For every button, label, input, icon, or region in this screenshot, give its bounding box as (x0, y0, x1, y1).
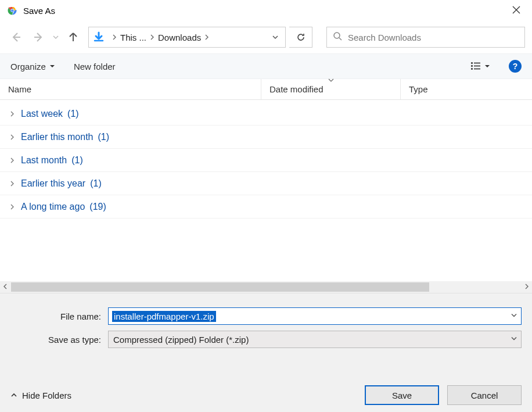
group-last-week[interactable]: Last week (1) (0, 102, 532, 126)
chevron-right-icon (8, 181, 16, 187)
organize-menu[interactable]: Organize (10, 62, 55, 71)
scroll-right-icon[interactable] (522, 283, 532, 291)
chevron-right-icon (8, 157, 16, 163)
dialog-title: Save As (23, 6, 55, 16)
recent-locations-dropdown[interactable] (51, 28, 60, 46)
save-button[interactable]: Save (365, 385, 439, 405)
chevron-up-icon (10, 390, 17, 400)
organize-label: Organize (10, 62, 46, 71)
breadcrumb[interactable]: This ... Downloads (88, 27, 286, 48)
back-button[interactable] (7, 28, 26, 46)
scroll-left-icon[interactable] (0, 283, 10, 291)
svg-rect-8 (474, 63, 480, 64)
column-header-type[interactable]: Type (401, 79, 532, 99)
chevron-down-icon[interactable] (511, 312, 517, 321)
column-type-label: Type (409, 84, 428, 94)
svg-rect-9 (474, 66, 480, 67)
group-count: (1) (90, 178, 102, 189)
column-header-date[interactable]: Date modified (261, 79, 401, 99)
forward-button[interactable] (29, 28, 48, 46)
svg-rect-6 (471, 65, 473, 67)
cancel-button[interactable]: Cancel (447, 385, 522, 405)
svg-point-3 (11, 9, 13, 12)
nav-row: This ... Downloads (0, 21, 532, 53)
help-label: ? (513, 62, 518, 71)
chevron-right-icon (150, 33, 154, 42)
breadcrumb-segment-folder[interactable]: Downloads (158, 33, 201, 42)
cancel-label: Cancel (471, 390, 498, 400)
chevron-down-icon (484, 63, 490, 69)
view-options-button[interactable] (470, 62, 490, 71)
search-icon (333, 31, 342, 43)
new-folder-button[interactable]: New folder (74, 62, 116, 71)
breadcrumb-segment-root[interactable]: This ... (120, 33, 146, 42)
svg-rect-7 (471, 68, 473, 70)
svg-point-4 (334, 33, 340, 38)
chevron-right-icon (8, 204, 16, 210)
savetype-value: Compressed (zipped) Folder (*.zip) (113, 335, 249, 345)
group-last-month[interactable]: Last month (1) (0, 149, 532, 172)
group-label: Last week (21, 109, 63, 119)
view-icon (470, 62, 481, 71)
save-label: Save (392, 390, 412, 400)
column-name-label: Name (8, 84, 31, 94)
scroll-thumb[interactable] (11, 282, 429, 292)
svg-rect-10 (474, 69, 480, 70)
search-box[interactable] (326, 27, 525, 48)
savetype-combobox[interactable]: Compressed (zipped) Folder (*.zip) (108, 331, 522, 348)
chevron-right-icon (8, 111, 16, 117)
horizontal-scrollbar[interactable] (0, 281, 532, 293)
up-button[interactable] (64, 28, 82, 46)
group-count: (1) (67, 109, 79, 119)
group-earlier-this-year[interactable]: Earlier this year (1) (0, 172, 532, 195)
chevron-right-icon (204, 33, 209, 42)
sort-indicator-icon (328, 77, 334, 83)
chevron-down-icon[interactable] (511, 335, 517, 344)
filename-combobox[interactable]: installer-pdfmapper-v1.zip (108, 307, 522, 325)
chevron-right-icon (112, 33, 117, 42)
savetype-label: Save as type: (10, 335, 108, 345)
column-date-label: Date modified (269, 84, 323, 94)
column-headers: Name Date modified Type (0, 79, 532, 100)
breadcrumb-dropdown[interactable] (265, 34, 285, 41)
group-label: Earlier this year (21, 178, 85, 189)
group-label: Last month (21, 155, 67, 166)
chevron-down-icon (49, 63, 55, 69)
toolbar: Organize New folder ? (0, 53, 532, 79)
refresh-button[interactable] (289, 27, 312, 48)
filename-value[interactable]: installer-pdfmapper-v1.zip (112, 311, 216, 322)
group-count: (1) (71, 155, 83, 166)
close-icon[interactable] (508, 2, 525, 19)
group-earlier-this-month[interactable]: Earlier this month (1) (0, 126, 532, 149)
new-folder-label: New folder (74, 62, 116, 71)
group-count: (19) (89, 202, 106, 212)
hide-folders-label: Hide Folders (22, 390, 71, 400)
downloads-folder-icon (89, 27, 109, 47)
svg-rect-5 (471, 62, 473, 64)
filename-label: File name: (10, 311, 108, 321)
group-label: A long time ago (21, 202, 85, 212)
file-list[interactable]: Last week (1) Earlier this month (1) Las… (0, 100, 532, 281)
titlebar: Save As (0, 0, 532, 21)
breadcrumb-path[interactable]: This ... Downloads (109, 33, 265, 42)
group-count: (1) (98, 132, 110, 142)
bottom-panel: File name: installer-pdfmapper-v1.zip Sa… (0, 293, 532, 412)
group-label: Earlier this month (21, 132, 94, 142)
chrome-icon (7, 5, 17, 16)
search-input[interactable] (348, 33, 519, 42)
chevron-right-icon (8, 134, 16, 140)
hide-folders-toggle[interactable]: Hide Folders (10, 390, 71, 400)
column-header-name[interactable]: Name (0, 79, 261, 99)
help-button[interactable]: ? (509, 60, 522, 73)
group-long-time-ago[interactable]: A long time ago (19) (0, 195, 532, 218)
